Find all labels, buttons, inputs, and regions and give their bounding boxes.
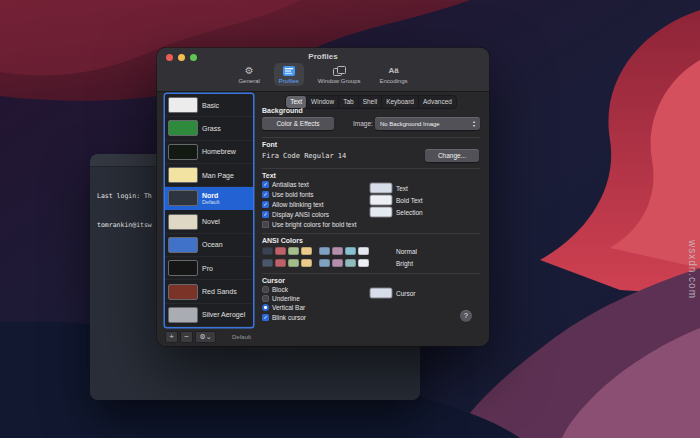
checkbox-label: Allow blinking text bbox=[272, 201, 324, 208]
checkbox-icon bbox=[262, 201, 269, 208]
checkbox-icon bbox=[262, 181, 269, 188]
cursor-color-well-row: Cursor bbox=[370, 288, 416, 298]
selection-color-well-row: Selection bbox=[370, 207, 423, 217]
profile-row-red-sands[interactable]: Red Sands bbox=[165, 280, 253, 303]
profile-name: Silver Aerogel bbox=[202, 311, 245, 318]
use-bold-fonts-checkbox[interactable]: Use bold fonts bbox=[262, 191, 314, 198]
cursor-underline-radio[interactable]: Underline bbox=[262, 295, 300, 302]
profile-name: Nord bbox=[202, 192, 219, 199]
cursor-block-radio[interactable]: Block bbox=[262, 286, 288, 293]
ansi-normal-row: Normal bbox=[262, 247, 417, 255]
toolbar-label: Profiles bbox=[279, 78, 299, 84]
text-color-well[interactable] bbox=[370, 183, 392, 193]
profile-list: Basic Grass Homebrew Man Page Nord Defau… bbox=[165, 94, 253, 327]
profile-thumbnail bbox=[168, 214, 198, 230]
divider bbox=[262, 168, 480, 169]
cursor-section-title: Cursor bbox=[262, 277, 285, 284]
ansi-color-well[interactable] bbox=[301, 259, 312, 267]
color-effects-button[interactable]: Color & Effects bbox=[262, 117, 334, 130]
display-ansi-colors-checkbox[interactable]: Display ANSI colors bbox=[262, 211, 329, 218]
profile-default-badge: Default bbox=[202, 199, 219, 205]
checkbox-label: Antialias text bbox=[272, 181, 309, 188]
profile-thumbnail bbox=[168, 260, 198, 276]
radio-icon bbox=[262, 295, 269, 302]
ansi-color-well[interactable] bbox=[275, 259, 286, 267]
bright-colors-bold-checkbox[interactable]: Use bright colors for bold text bbox=[262, 221, 357, 228]
profile-row-homebrew[interactable]: Homebrew bbox=[165, 141, 253, 164]
profile-thumbnail bbox=[168, 190, 198, 206]
ansi-color-well[interactable] bbox=[288, 259, 299, 267]
profile-name: Novel bbox=[202, 218, 220, 225]
ansi-color-well[interactable] bbox=[332, 259, 343, 267]
profile-row-nord[interactable]: Nord Default bbox=[165, 187, 253, 210]
antialias-text-checkbox[interactable]: Antialias text bbox=[262, 181, 309, 188]
profile-row-basic[interactable]: Basic bbox=[165, 94, 253, 117]
ansi-color-well[interactable] bbox=[358, 259, 369, 267]
selection-color-well[interactable] bbox=[370, 207, 392, 217]
ansi-color-well[interactable] bbox=[275, 247, 286, 255]
toolbar-general[interactable]: ⚙ General bbox=[233, 63, 264, 86]
profile-thumbnail bbox=[168, 120, 198, 136]
image-label: Image: bbox=[353, 120, 373, 127]
radio-label: Block bbox=[272, 286, 288, 293]
blink-cursor-checkbox[interactable]: Blink cursor bbox=[262, 314, 306, 321]
profile-name: Ocean bbox=[202, 241, 223, 248]
background-image-dropdown[interactable]: No Background Image ▴▾ bbox=[375, 117, 480, 130]
change-font-button[interactable]: Change... bbox=[425, 149, 479, 162]
font-section-title: Font bbox=[262, 141, 277, 148]
profile-thumbnail bbox=[168, 144, 198, 160]
tab-shell[interactable]: Shell bbox=[359, 96, 382, 108]
profile-row-man-page[interactable]: Man Page bbox=[165, 164, 253, 187]
gear-icon: ⚙⌄ bbox=[199, 333, 211, 340]
window-groups-icon bbox=[333, 65, 346, 77]
allow-blinking-text-checkbox[interactable]: Allow blinking text bbox=[262, 201, 324, 208]
cursor-vertical-bar-radio[interactable]: Vertical Bar bbox=[262, 304, 305, 311]
tab-tab[interactable]: Tab bbox=[339, 96, 358, 108]
remove-profile-button[interactable]: − bbox=[180, 331, 193, 343]
checkbox-icon bbox=[262, 191, 269, 198]
toolbar-window-groups[interactable]: Window Groups bbox=[313, 63, 366, 86]
set-default-button[interactable]: Default bbox=[232, 334, 253, 340]
ansi-color-well[interactable] bbox=[358, 247, 369, 255]
tab-window[interactable]: Window bbox=[307, 96, 339, 108]
profile-row-novel[interactable]: Novel bbox=[165, 210, 253, 233]
profile-thumbnail bbox=[168, 237, 198, 253]
profile-thumbnail bbox=[168, 97, 198, 113]
well-label: Text bbox=[396, 185, 408, 192]
help-button[interactable]: ? bbox=[460, 310, 472, 322]
well-label: Selection bbox=[396, 209, 423, 216]
background-section-title: Background bbox=[262, 107, 303, 114]
tab-keyboard[interactable]: Keyboard bbox=[382, 96, 419, 108]
toolbar-encodings[interactable]: Aä Encodings bbox=[375, 63, 413, 86]
text-section-title: Text bbox=[262, 172, 276, 179]
add-profile-button[interactable]: + bbox=[165, 331, 178, 343]
ansi-color-well[interactable] bbox=[262, 247, 273, 255]
ansi-color-well[interactable] bbox=[332, 247, 343, 255]
profile-row-grass[interactable]: Grass bbox=[165, 117, 253, 140]
dropdown-value: No Background Image bbox=[380, 121, 470, 127]
profile-thumbnail bbox=[168, 284, 198, 300]
profile-row-ocean[interactable]: Ocean bbox=[165, 234, 253, 257]
profile-row-pro[interactable]: Pro bbox=[165, 257, 253, 280]
radio-icon bbox=[262, 286, 269, 293]
ansi-color-well[interactable] bbox=[345, 247, 356, 255]
ansi-color-well[interactable] bbox=[262, 259, 273, 267]
ansi-color-well[interactable] bbox=[288, 247, 299, 255]
ansi-color-well[interactable] bbox=[319, 259, 330, 267]
action-menu-button[interactable]: ⚙⌄ bbox=[195, 331, 216, 343]
profile-name: Grass bbox=[202, 125, 221, 132]
profile-row-silver-aerogel[interactable]: Silver Aerogel bbox=[165, 304, 253, 327]
profile-thumbnail bbox=[168, 167, 198, 183]
toolbar-profiles[interactable]: Profiles bbox=[274, 63, 304, 86]
ansi-color-well[interactable] bbox=[345, 259, 356, 267]
cursor-color-well[interactable] bbox=[370, 288, 392, 298]
ansi-color-well[interactable] bbox=[319, 247, 330, 255]
ansi-color-well[interactable] bbox=[301, 247, 312, 255]
profile-name: Homebrew bbox=[202, 148, 236, 155]
ansi-bright-row: Bright bbox=[262, 259, 413, 267]
well-label: Bold Text bbox=[396, 197, 423, 204]
font-value: Fira Code Regular 14 bbox=[262, 152, 346, 160]
ansi-row-label: Normal bbox=[396, 248, 417, 255]
tab-advanced[interactable]: Advanced bbox=[419, 96, 456, 108]
bold-text-color-well[interactable] bbox=[370, 195, 392, 205]
